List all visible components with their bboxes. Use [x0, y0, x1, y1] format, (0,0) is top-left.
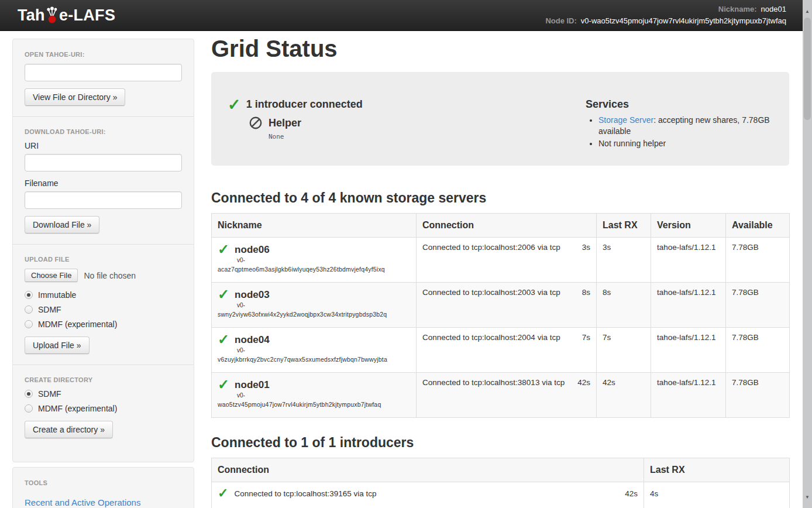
- server-connection: Connected to tcp:localhost:2006 via tcp: [422, 243, 560, 252]
- open-uri-heading: OPEN TAHOE-URI:: [25, 51, 182, 58]
- server-nickname: node03: [235, 288, 270, 301]
- server-pubkey: swny2viyw63ofxwi4x2yykd2woqjbpx3cw34xtri…: [218, 311, 410, 318]
- tahoe-logo-icon: [46, 6, 59, 24]
- server-pubkey-prefix: v0-: [237, 347, 410, 353]
- node-meta: Nickname: node01 Node ID: v0-wao5tzv45pm…: [545, 4, 786, 27]
- radio-upload-sdmf[interactable]: [25, 306, 33, 314]
- sidebar-divider: [13, 244, 194, 245]
- connected-check-icon: ✓: [218, 488, 228, 499]
- introducer-last-rx: 4s: [650, 488, 783, 498]
- navbar: Tah e-LAFS Nickname: node01 Node ID: v0-…: [0, 0, 812, 31]
- server-available: 7.78GB: [726, 373, 790, 418]
- server-connection: Connected to tcp:localhost:38013 via tcp: [422, 378, 565, 387]
- storage-server-row: ✓node03 v0- swny2viyw63ofxwi4x2yykd2woqj…: [212, 283, 790, 328]
- storage-server-row: ✓node04 v0- v6zuyjkbrrkqy2bvc2cny7qwax5s…: [212, 328, 790, 373]
- server-connection-age: 3s: [582, 243, 590, 252]
- uri-field-label: URI: [25, 141, 182, 150]
- service-storage-item: Storage Server: accepting new shares, 7.…: [598, 115, 779, 137]
- page-title: Grid Status: [211, 35, 789, 62]
- server-pubkey-prefix: v0-: [237, 302, 410, 308]
- scrollbar-thumb[interactable]: [804, 18, 811, 120]
- server-available: 7.78GB: [726, 238, 790, 283]
- server-pubkey: wao5tzv45pmoju47jow7rvl4ukirjm5ytbh2kjty…: [218, 401, 410, 408]
- create-directory-heading: CREATE DIRECTORY: [25, 376, 182, 383]
- download-uri-heading: DOWNLOAD TAHOE-URI:: [25, 128, 182, 135]
- server-pubkey: v6zuyjkbrrkqy2bvc2cny7qwax5sxumedsxfzfjw…: [218, 356, 410, 363]
- nickname-value: node01: [761, 4, 786, 15]
- server-version: tahoe-lafs/1.12.1: [651, 373, 726, 418]
- introducer-check-icon: ✓: [228, 98, 241, 112]
- scroll-up-icon[interactable]: ▲: [803, 7, 812, 16]
- server-connection-age: 42s: [577, 378, 590, 387]
- server-version: tahoe-lafs/1.12.1: [651, 238, 726, 283]
- connected-check-icon: ✓: [218, 288, 229, 301]
- connected-check-icon: ✓: [218, 378, 229, 391]
- services-title: Services: [586, 98, 779, 111]
- radio-mkdir-mdmf[interactable]: [25, 404, 33, 413]
- server-last-rx: 42s: [597, 373, 651, 418]
- storage-server-row: ✓node01 v0- wao5tzv45pmoju47jow7rvl4ukir…: [212, 373, 790, 418]
- server-connection: Connected to tcp:localhost:2004 via tcp: [422, 333, 560, 342]
- server-connection: Connected to tcp:localhost:2003 via tcp: [422, 288, 560, 297]
- services-panel: Services Storage Server: accepting new s…: [586, 98, 779, 166]
- upload-format-option-mdmf: MDMF (experimental): [25, 320, 182, 329]
- server-connection-age: 7s: [582, 333, 590, 342]
- col-connection: Connection: [417, 214, 597, 238]
- scroll-down-icon[interactable]: ▼: [803, 493, 812, 502]
- logo-text-prefix: Tah: [18, 6, 45, 25]
- view-file-button[interactable]: View File or Directory »: [25, 88, 125, 106]
- file-chosen-status: No file chosen: [84, 271, 136, 280]
- helper-title: Helper: [269, 117, 301, 129]
- upload-format-option-sdmf: SDMF: [25, 305, 182, 314]
- storage-server-link[interactable]: Storage Server: [598, 115, 653, 125]
- helper-value: None: [269, 133, 586, 140]
- grid-status-panel: ✓ 1 introducer connected Helper None Ser…: [211, 72, 789, 166]
- col-available: Available: [726, 214, 790, 238]
- mkdir-format-option-mdmf: MDMF (experimental): [25, 404, 182, 413]
- recent-operations-link[interactable]: Recent and Active Operations: [25, 497, 140, 507]
- tools-heading: TOOLS: [25, 479, 182, 486]
- helper-none-icon: [249, 116, 263, 130]
- server-last-rx: 3s: [597, 238, 651, 283]
- introducers-table: Connection Last RX ✓ Connected to tcp:lo…: [211, 458, 790, 508]
- radio-mkdir-sdmf[interactable]: [25, 390, 33, 398]
- server-nickname: node06: [235, 243, 270, 256]
- open-uri-input[interactable]: [25, 64, 182, 81]
- main-content: Grid Status ✓ 1 introducer connected Hel…: [211, 31, 789, 508]
- scrollbar[interactable]: ▲ ▼: [803, 0, 812, 508]
- introducer-connection: Connected to tcp:localhost:39165 via tcp: [234, 489, 376, 498]
- choose-file-button[interactable]: Choose File: [25, 269, 78, 282]
- server-last-rx: 8s: [597, 283, 651, 328]
- radio-upload-mdmf[interactable]: [25, 320, 33, 328]
- status-summary: ✓ 1 introducer connected Helper None: [228, 98, 586, 166]
- connected-check-icon: ✓: [218, 333, 229, 346]
- download-filename-input[interactable]: [25, 191, 182, 209]
- server-pubkey-prefix: v0-: [237, 257, 410, 263]
- tools-panel: TOOLS Recent and Active Operations: [12, 467, 194, 508]
- create-directory-button[interactable]: Create a directory »: [25, 421, 113, 438]
- server-connection-age: 8s: [582, 288, 590, 297]
- server-pubkey-prefix: v0-: [237, 392, 410, 399]
- sidebar-divider: [13, 116, 194, 118]
- col-last-rx: Last RX: [644, 458, 790, 482]
- server-nickname: node04: [235, 333, 270, 346]
- sidebar: OPEN TAHOE-URI: View File or Directory »…: [12, 39, 194, 462]
- filename-field-label: Filename: [25, 179, 182, 188]
- radio-upload-mdmf-label: MDMF (experimental): [38, 320, 117, 329]
- server-available: 7.78GB: [726, 283, 790, 328]
- col-connection: Connection: [212, 458, 644, 482]
- col-last-rx: Last RX: [597, 214, 651, 238]
- server-nickname: node01: [235, 378, 270, 392]
- server-available: 7.78GB: [726, 328, 790, 373]
- radio-mkdir-mdmf-label: MDMF (experimental): [38, 404, 117, 413]
- upload-file-button[interactable]: Upload File »: [25, 337, 90, 354]
- radio-upload-sdmf-label: SDMF: [38, 305, 61, 314]
- download-file-button[interactable]: Download File »: [25, 216, 99, 234]
- node-id-label: Node ID:: [545, 15, 576, 27]
- logo-text-suffix: e-LAFS: [59, 6, 115, 25]
- download-uri-input[interactable]: [25, 154, 182, 171]
- storage-table-header-row: Nickname Connection Last RX Version Avai…: [212, 214, 790, 238]
- connected-check-icon: ✓: [218, 243, 229, 256]
- radio-immutable[interactable]: [25, 291, 33, 299]
- storage-server-row: ✓node06 v0- acaz7qptmeo6m3asjlgkb6iwlyuq…: [212, 238, 790, 283]
